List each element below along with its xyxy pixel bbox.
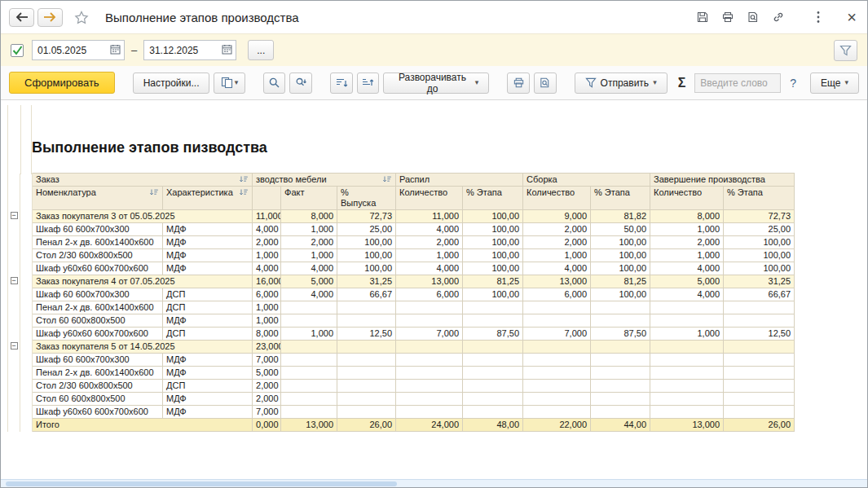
date-to-field[interactable]: 31.12.2025 — [143, 40, 236, 60]
sort-icon[interactable] — [239, 188, 249, 197]
search-next-button[interactable] — [289, 73, 312, 94]
search-button[interactable] — [263, 73, 286, 94]
item-row[interactable]: Пенал 2-х дв. 600х1400х600МДФ2,0002,0001… — [8, 236, 795, 249]
generate-button[interactable]: Сформировать — [9, 72, 115, 94]
item-row[interactable]: Пенал 2-х дв. 600х1400х600МДФ5,000 — [8, 367, 795, 380]
sum-sigma-button[interactable]: Σ — [678, 76, 686, 90]
total-row[interactable]: Итого0,00013,00026,0024,00048,0022,00044… — [8, 419, 795, 432]
caret-down-icon: ▾ — [844, 79, 848, 86]
item-row[interactable]: Шкаф у60х60 600х700х600ДСП8,0001,00012,5… — [8, 328, 795, 341]
value-cell: 100,00 — [591, 236, 650, 249]
filter-settings-button[interactable] — [834, 40, 857, 61]
value-cell — [523, 301, 591, 314]
value-cell: 1,000 — [396, 249, 463, 262]
print-button[interactable] — [507, 73, 530, 94]
search-next-icon — [295, 77, 307, 89]
titlebar: Выполнение этапов производства × — [1, 1, 867, 33]
scrollbar-thumb[interactable] — [6, 481, 397, 486]
more-button[interactable]: Еще ▾ — [810, 73, 859, 94]
help-button[interactable]: ? — [790, 77, 796, 90]
expand-to-button[interactable]: Разворачивать до ▾ — [383, 73, 489, 94]
more-menu-icon[interactable] — [811, 10, 826, 24]
item-row[interactable]: Стол 60 600х800х500МДФ1,000 — [8, 314, 795, 328]
settings-button[interactable]: Настройки... — [133, 73, 210, 94]
item-row[interactable]: Шкаф 60 600х700х300ДСП6,0004,00066,676,0… — [8, 288, 795, 301]
link-icon[interactable] — [771, 10, 786, 24]
period-checkbox[interactable] — [11, 44, 24, 57]
item-row[interactable]: Стол 2/30 600х800х500МДФ1,0001,000100,00… — [8, 249, 795, 262]
preview-icon[interactable] — [746, 10, 760, 24]
group-row[interactable]: −Заказ покупателя 3 от 05.05.202511,0008… — [8, 210, 795, 223]
collapse-icon[interactable]: − — [11, 212, 18, 219]
close-icon[interactable]: × — [844, 10, 859, 24]
date-from-field[interactable]: 01.05.2025 — [32, 40, 125, 60]
column-group-header[interactable]: зводство мебели — [253, 174, 396, 187]
column-group-header[interactable]: Сборка — [523, 174, 650, 187]
print-icon[interactable] — [720, 10, 735, 24]
collapse-icon[interactable]: − — [11, 277, 18, 284]
item-row[interactable]: Шкаф 60 600х700х300МДФ4,0001,00025,004,0… — [8, 223, 795, 236]
column-header[interactable]: Количество — [523, 187, 591, 210]
column-header[interactable]: % Выпуска — [337, 187, 396, 210]
value-cell — [463, 301, 523, 314]
value-cell: 100,00 — [463, 210, 523, 223]
item-row[interactable]: Пенал 2-х дв. 600х1400х600ДСП1,000 — [8, 301, 795, 314]
value-cell — [523, 341, 591, 354]
collapse-groups-button[interactable] — [330, 73, 353, 94]
send-button[interactable]: Отправить ▾ — [575, 73, 668, 94]
value-cell: 2,000 — [253, 380, 281, 393]
value-cell: 100,00 — [724, 249, 795, 262]
value-cell — [650, 341, 724, 354]
period-options-button[interactable]: ... — [248, 40, 274, 60]
column-header[interactable]: Характеристика — [163, 187, 253, 210]
column-group-header[interactable]: Распил — [396, 174, 523, 187]
column-header[interactable]: % Этапа — [724, 187, 795, 210]
calendar-icon[interactable] — [222, 44, 232, 57]
save-icon[interactable] — [695, 10, 710, 24]
column-header[interactable]: Количество — [650, 187, 724, 210]
column-group-header[interactable]: Завершение производства — [650, 174, 795, 187]
value-cell — [650, 367, 724, 380]
item-row[interactable]: Стол 60 600х800х500МДФ2,000 — [8, 393, 795, 406]
calendar-icon[interactable] — [110, 44, 121, 57]
column-header[interactable]: Факт — [281, 187, 337, 210]
print-preview-button[interactable] — [534, 73, 557, 94]
sort-icon[interactable] — [149, 188, 159, 197]
sort-icon[interactable] — [382, 175, 392, 184]
group-row[interactable]: −Заказ покупателя 4 от 07.05.202516,0005… — [8, 275, 795, 288]
value-cell — [337, 354, 396, 367]
column-header[interactable]: % Этапа — [591, 187, 650, 210]
forward-button[interactable] — [37, 8, 63, 27]
value-cell: 81,25 — [591, 275, 650, 288]
collapse-icon[interactable]: − — [11, 342, 18, 350]
column-header[interactable] — [253, 187, 281, 210]
nomenclature-cell: Шкаф у60х60 600х700х600 — [33, 406, 163, 419]
value-cell — [281, 367, 337, 380]
value-cell — [337, 406, 396, 419]
item-row[interactable]: Шкаф у60х60 600х700х600МДФ4,0004,000100,… — [8, 262, 795, 275]
value-cell: 100,00 — [724, 236, 795, 249]
horizontal-scrollbar[interactable] — [1, 479, 867, 487]
column-header[interactable]: Номенклатура — [33, 187, 163, 210]
value-cell: 48,00 — [463, 419, 523, 432]
item-row[interactable]: Стол 2/30 600х800х500ДСП2,000 — [8, 380, 795, 393]
item-row[interactable]: Шкаф у60х60 600х700х600МДФ7,000 — [8, 406, 795, 419]
value-cell: 1,000 — [253, 301, 281, 314]
characteristic-cell: МДФ — [163, 249, 253, 262]
value-cell: 100,00 — [591, 288, 650, 301]
column-group-header[interactable]: Заказ — [33, 174, 253, 187]
column-header[interactable]: Количество — [396, 187, 463, 210]
column-header[interactable]: % Этапа — [463, 187, 523, 210]
sort-icon[interactable] — [239, 175, 249, 184]
report-table[interactable]: Заказзводство мебелиРаспилСборкаЗавершен… — [7, 173, 795, 432]
settings-variant-button[interactable]: ▾ — [214, 73, 245, 94]
value-cell — [281, 406, 337, 419]
group-row[interactable]: −Заказ покупателя 5 от 14.05.202523,000 — [8, 341, 795, 354]
favorite-star-icon[interactable] — [74, 11, 89, 24]
expand-groups-button[interactable] — [357, 73, 380, 94]
back-button[interactable] — [9, 8, 34, 27]
value-cell: 66,67 — [337, 288, 396, 301]
value-cell — [281, 393, 337, 406]
word-search-input[interactable] — [694, 73, 781, 93]
item-row[interactable]: Шкаф 60 600х700х300МДФ7,000 — [8, 354, 795, 367]
